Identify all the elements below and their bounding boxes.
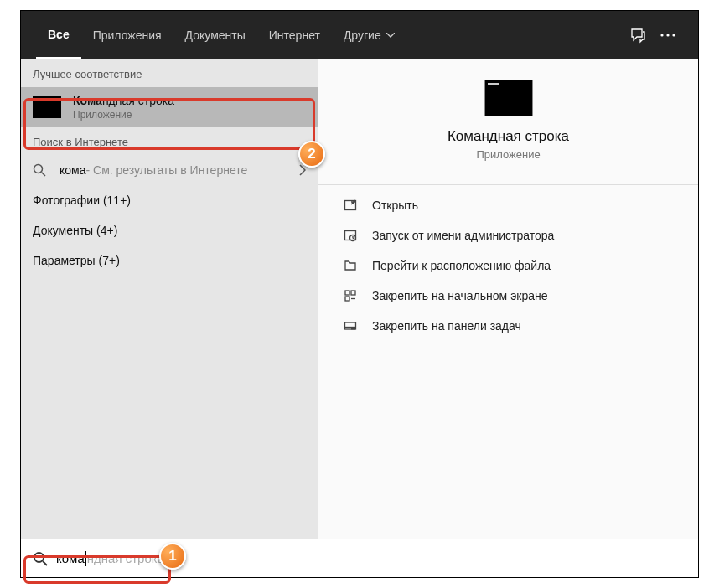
search-icon xyxy=(33,163,49,177)
svg-point-0 xyxy=(660,34,663,36)
search-input[interactable]: командная строка xyxy=(21,539,698,577)
more-icon[interactable] xyxy=(653,20,683,50)
tab-other[interactable]: Другие xyxy=(332,11,406,59)
best-match-header: Лучшее соответствие xyxy=(21,59,318,87)
preview-header: Командная строка Приложение xyxy=(339,80,678,161)
svg-point-2 xyxy=(672,34,675,36)
body: Лучшее соответствие Командная строка При… xyxy=(21,59,698,539)
action-open-label: Открыть xyxy=(372,199,418,212)
svg-line-4 xyxy=(42,173,46,177)
pin-taskbar-icon xyxy=(342,319,359,333)
search-typed-text: кома xyxy=(56,551,85,565)
action-open-location-label: Перейти к расположению файла xyxy=(372,259,551,272)
open-icon xyxy=(342,199,359,212)
tab-all[interactable]: Все xyxy=(36,11,81,59)
action-open-location[interactable]: Перейти к расположению файла xyxy=(339,250,678,281)
svg-line-16 xyxy=(43,561,47,565)
action-run-as-admin-label: Запуск от имени администратора xyxy=(372,229,554,242)
svg-point-3 xyxy=(34,165,43,173)
search-suggestion-text: ндная строка xyxy=(87,551,164,565)
action-pin-start[interactable]: Закрепить на начальном экране xyxy=(339,281,678,311)
svg-rect-9 xyxy=(351,291,355,295)
preview-subtitle: Приложение xyxy=(476,148,540,161)
admin-icon xyxy=(342,229,359,242)
search-icon xyxy=(33,551,48,566)
svg-rect-8 xyxy=(345,291,349,295)
search-window: Все Приложения Документы Интернет Другие… xyxy=(20,10,699,578)
svg-rect-10 xyxy=(345,297,349,301)
text-caret xyxy=(85,551,86,566)
cmd-icon-large xyxy=(484,80,533,116)
category-documents[interactable]: Документы (4+) xyxy=(21,215,318,245)
chevron-right-icon xyxy=(299,164,306,176)
result-subtitle: Приложение xyxy=(73,109,174,121)
pin-start-icon xyxy=(342,289,359,302)
tab-internet[interactable]: Интернет xyxy=(257,11,332,59)
cmd-icon xyxy=(33,96,61,118)
action-pin-taskbar[interactable]: Закрепить на панели задач xyxy=(339,311,678,341)
feedback-icon[interactable] xyxy=(623,20,653,50)
preview-title: Командная строка xyxy=(448,128,569,145)
action-pin-start-label: Закрепить на начальном экране xyxy=(372,289,548,302)
action-run-as-admin[interactable]: Запуск от имени администратора xyxy=(339,220,678,250)
divider xyxy=(318,184,698,185)
chevron-down-icon xyxy=(386,33,395,38)
tab-apps[interactable]: Приложения xyxy=(81,11,173,59)
folder-icon xyxy=(342,259,359,272)
action-pin-taskbar-label: Закрепить на панели задач xyxy=(372,319,521,333)
web-hint: - См. результаты в Интернете xyxy=(85,163,247,177)
top-tab-bar: Все Приложения Документы Интернет Другие xyxy=(21,11,698,59)
result-command-prompt[interactable]: Командная строка Приложение xyxy=(21,87,318,127)
web-search-header: Поиск в Интернете xyxy=(21,127,318,155)
category-settings[interactable]: Параметры (7+) xyxy=(21,245,318,276)
result-title-rest: ндная строка xyxy=(102,94,174,107)
svg-point-15 xyxy=(34,553,44,562)
web-search-result[interactable]: кома - См. результаты в Интернете xyxy=(21,155,318,185)
result-title-match: Кома xyxy=(73,94,102,107)
tab-other-label: Другие xyxy=(344,28,381,42)
action-open[interactable]: Открыть xyxy=(339,190,678,220)
preview-panel: Командная строка Приложение Открыть Запу… xyxy=(318,59,698,539)
svg-point-1 xyxy=(666,34,669,36)
tab-documents[interactable]: Документы xyxy=(173,11,257,59)
result-title: Командная строка xyxy=(73,94,174,107)
results-panel: Лучшее соответствие Командная строка При… xyxy=(21,59,318,539)
web-query: кома xyxy=(60,163,85,177)
category-photos[interactable]: Фотографии (11+) xyxy=(21,185,318,215)
